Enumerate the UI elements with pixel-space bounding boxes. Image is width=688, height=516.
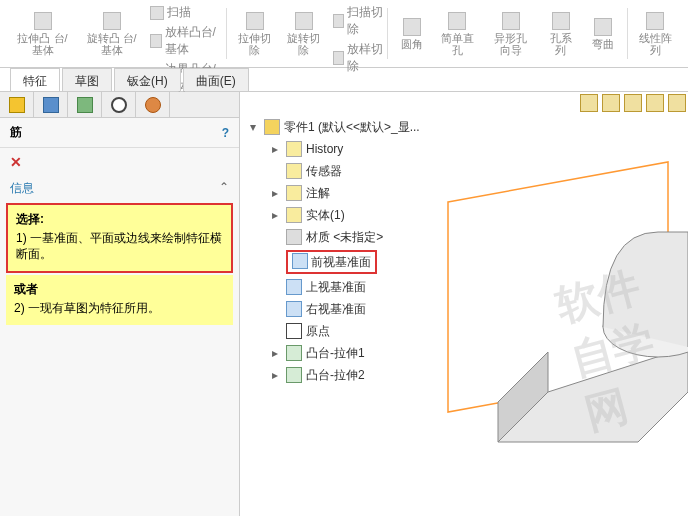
- tree-extrude2[interactable]: 凸台-拉伸2: [306, 366, 365, 384]
- collapse-icon[interactable]: [219, 180, 229, 197]
- extrude-icon: [286, 345, 302, 361]
- extrude-cut-button[interactable]: 拉伸切 除: [236, 12, 273, 56]
- tree-extrude1[interactable]: 凸台-拉伸1: [306, 344, 365, 362]
- info-label: 信息: [10, 180, 34, 197]
- loft-boss-button[interactable]: 放样凸台/基体: [150, 24, 223, 58]
- tree-history[interactable]: History: [306, 140, 343, 158]
- tree-material[interactable]: 材质 <未指定>: [306, 228, 383, 246]
- extrude-cut-icon: [246, 12, 264, 30]
- front-plane-highlight: 前视基准面: [286, 250, 377, 274]
- config-icon: [77, 97, 93, 113]
- select-instruction: 1) 一基准面、平面或边线来绘制特征横断面。: [16, 230, 223, 262]
- hole-wizard-button[interactable]: 异形孔 向导: [488, 12, 534, 56]
- collapse-toggle[interactable]: ▾: [250, 118, 260, 136]
- extrude-boss-button[interactable]: 拉伸凸 台/基体: [14, 12, 71, 56]
- plane-icon: [286, 301, 302, 317]
- plane-icon: [286, 279, 302, 295]
- material-icon: [286, 229, 302, 245]
- display-tab[interactable]: [136, 92, 170, 117]
- or-label: 或者: [14, 282, 38, 296]
- globe-icon: [145, 97, 161, 113]
- bend-icon: [594, 18, 612, 36]
- hole-series-icon: [552, 12, 570, 30]
- revolve-cut-icon: [295, 12, 313, 30]
- help-icon[interactable]: ?: [222, 126, 229, 140]
- revolve-boss-button[interactable]: 旋转凸 台/基体: [83, 12, 140, 56]
- graphics-area[interactable]: ▾零件1 (默认<<默认>_显... ▸History 传感器 ▸注解 ▸实体(…: [240, 92, 688, 516]
- tree-origin[interactable]: 原点: [306, 322, 330, 340]
- propertymanager-panel: 筋 ? ✕ 信息 选择: 1) 一基准面、平面或边线来绘制特征横断面。 或者 2…: [0, 92, 240, 516]
- simple-hole-button[interactable]: 简单直 孔: [439, 12, 476, 56]
- linear-pattern-icon: [646, 12, 664, 30]
- display-toolbar: [580, 94, 686, 112]
- plane-icon: [292, 253, 308, 269]
- extrude-icon: [286, 367, 302, 383]
- annotation-icon: [286, 185, 302, 201]
- cancel-button[interactable]: ✕: [0, 148, 239, 176]
- rotate-icon[interactable]: [602, 94, 620, 112]
- tab-sheetmetal[interactable]: 钣金(H): [114, 68, 181, 91]
- tree-front-plane[interactable]: 前视基准面: [311, 253, 371, 271]
- simple-hole-icon: [448, 12, 466, 30]
- config-tab[interactable]: [68, 92, 102, 117]
- revolve-boss-icon: [103, 12, 121, 30]
- loft-cut-icon: [333, 51, 344, 65]
- fillet-icon: [403, 18, 421, 36]
- sensor-icon: [286, 163, 302, 179]
- select-label: 选择:: [16, 212, 44, 226]
- bend-button[interactable]: 弯曲: [592, 18, 614, 50]
- fillet-button[interactable]: 圆角: [401, 18, 423, 50]
- feature-tree-tab[interactable]: [0, 92, 34, 117]
- alt-instruction: 2) 一现有草图为特征所用。: [14, 300, 225, 316]
- part-icon: [264, 119, 280, 135]
- pm-title: 筋: [10, 124, 22, 141]
- loft-cut-button[interactable]: 放样切除: [333, 41, 384, 75]
- sweep-cut-icon: [333, 14, 344, 28]
- dimxpert-tab[interactable]: [102, 92, 136, 117]
- extrude-boss-icon: [34, 12, 52, 30]
- sweep-button[interactable]: 扫描: [150, 4, 223, 21]
- loft-icon: [150, 34, 161, 48]
- 3d-model-view: [388, 132, 688, 516]
- view-icon[interactable]: [646, 94, 664, 112]
- style-icon[interactable]: [668, 94, 686, 112]
- ribbon-toolbar: 拉伸凸 台/基体 旋转凸 台/基体 扫描 放样凸台/基体 边界凸台/基体 拉伸切…: [0, 0, 688, 68]
- hole-series-button[interactable]: 孔系列: [546, 12, 576, 56]
- hole-wizard-icon: [502, 12, 520, 30]
- feature-tree-icon: [9, 97, 25, 113]
- history-icon: [286, 141, 302, 157]
- tree-annotations[interactable]: 注解: [306, 184, 330, 202]
- origin-icon: [286, 323, 302, 339]
- revolve-cut-button[interactable]: 旋转切 除: [285, 12, 322, 56]
- tree-top-plane[interactable]: 上视基准面: [306, 278, 366, 296]
- property-icon: [43, 97, 59, 113]
- property-tab[interactable]: [34, 92, 68, 117]
- zoom-icon[interactable]: [580, 94, 598, 112]
- linear-pattern-button[interactable]: 线性阵 列: [637, 12, 674, 56]
- sweep-icon: [150, 6, 164, 20]
- tab-surface[interactable]: 曲面(E): [183, 68, 249, 91]
- selection-highlight: 选择: 1) 一基准面、平面或边线来绘制特征横断面。: [6, 203, 233, 273]
- tab-feature[interactable]: 特征: [10, 68, 60, 91]
- section-icon[interactable]: [624, 94, 642, 112]
- sweep-cut-button[interactable]: 扫描切除: [333, 4, 384, 38]
- tree-solid[interactable]: 实体(1): [306, 206, 345, 224]
- tab-sketch[interactable]: 草图: [62, 68, 112, 91]
- tree-right-plane[interactable]: 右视基准面: [306, 300, 366, 318]
- solid-icon: [286, 207, 302, 223]
- tree-sensors[interactable]: 传感器: [306, 162, 342, 180]
- panel-tabs: [0, 92, 239, 118]
- target-icon: [111, 97, 127, 113]
